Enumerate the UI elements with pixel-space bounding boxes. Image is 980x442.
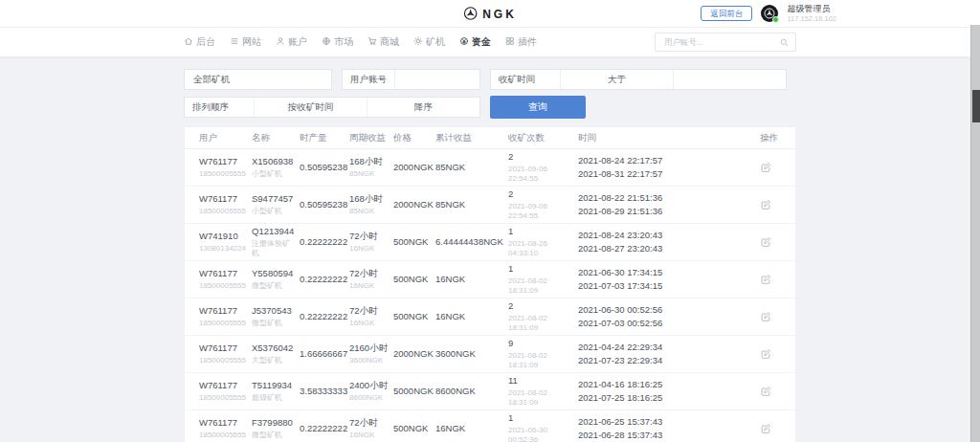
edit-button[interactable] [760,274,771,285]
cell-price: 500NGK [393,423,435,434]
table-row: W76117718500005555 F3799880微型矿机 0.222222… [185,410,795,442]
sort-filter-group: 排列顺序 按收矿时间 降序 [184,97,480,118]
edit-icon [760,162,771,173]
cell-price: 500NGK [393,311,435,322]
scrollbar-thumb[interactable] [972,90,980,122]
mine-time-label: 收矿时间 [491,70,560,89]
nav-item-后台[interactable]: 后台 [184,35,215,49]
edit-button[interactable] [760,236,771,248]
cell-actions [760,311,797,322]
main-content: 全部矿机 用户账号 收矿时间 大于 排列顺序 按收矿时间 降序 查询 用户名称时… [184,57,796,442]
mine-time-input[interactable] [681,74,778,86]
cell-price: 2000NGK [393,162,435,173]
ngk-logo: NGK [463,7,517,21]
cell-name: Q1213944注册体验矿机 [252,226,300,259]
mine-time-operator-select[interactable]: 大于 [560,70,673,89]
cell-time: 2021-08-22 21:51:362021-08-29 21:51:36 [578,191,760,218]
table-row: W76117718500005555 X1506938小型矿机 0.505952… [185,149,795,187]
cell-total-income: 16NGK [435,423,508,434]
query-button[interactable]: 查询 [490,96,586,119]
cell-hourly-output: 0.22222222 [300,274,349,285]
miner-type-select[interactable]: 全部矿机 [184,69,332,90]
coin-icon [459,36,469,48]
cell-user: W76117718500005555 [199,268,252,291]
navbar-search-box[interactable] [655,33,796,52]
gear-icon [413,36,423,48]
edit-button[interactable] [760,423,771,434]
table-body: W76117718500005555 X1506938小型矿机 0.505952… [185,149,795,442]
search-input[interactable] [662,36,780,48]
column-header-0: 用户 [199,132,252,144]
table-row: W76117718500005555 S9477457小型矿机 0.505952… [185,187,795,224]
mine-time-filter-group: 收矿时间 大于 [490,69,787,90]
sort-field-select[interactable]: 按收矿时间 [254,98,367,117]
cell-mine-count: 112021-08-02 18:31:09 [508,375,578,409]
nav-item-资金[interactable]: 资金 [459,35,491,49]
column-header-5: 累计收益 [435,132,508,144]
cell-cycle-income: 2160小时3600NGK [349,343,393,365]
nav-item-插件[interactable]: 插件 [505,35,537,49]
edit-icon [760,199,771,210]
cell-total-income: 85NGK [435,162,508,173]
cell-mine-count: 12021-06-30 00:52:36 [508,412,578,442]
cell-total-income: 6.44444438NGK [435,236,508,248]
avatar[interactable] [761,5,778,22]
cell-total-income: 16NGK [435,274,508,285]
column-header-1: 名称 [252,132,300,144]
cell-price: 500NGK [393,274,435,285]
main-navbar: 后台 网站 账户 市场 商城 矿机 资金 插件 [0,28,980,57]
search-icon[interactable] [780,38,789,47]
table-row: W76117718500005555 T5119934超级矿机 3.583333… [185,373,795,410]
cell-hourly-output: 1.66666667 [300,348,349,360]
cell-mine-count: 22021-09-06 22:54:55 [508,151,578,185]
cell-price: 2000NGK [393,199,435,210]
nav-item-矿机[interactable]: 矿机 [413,35,445,49]
cell-user: W76117718500005555 [199,193,252,216]
nav-item-账户[interactable]: 账户 [276,35,307,49]
edit-button[interactable] [760,386,771,397]
cell-time: 2021-06-30 17:34:152021-07-03 17:34:15 [578,266,760,293]
edit-button[interactable] [760,162,771,173]
nav-item-市场[interactable]: 市场 [322,35,353,49]
sort-order-select[interactable]: 降序 [367,98,479,117]
page-scrollbar[interactable] [970,25,980,442]
column-header-3: 周期收益 [349,132,393,144]
cell-hourly-output: 0.22222222 [300,423,349,434]
account-input[interactable] [401,74,474,86]
column-header-4: 价格 [393,132,435,144]
cell-price: 500NGK [393,236,435,248]
cell-time: 2021-06-25 15:37:432021-06-28 15:37:43 [578,415,760,442]
cell-time: 2021-06-30 00:52:562021-07-03 00:52:56 [578,303,760,330]
table-row: W76117718500005555 Y5580594微型矿机 0.222222… [185,261,795,298]
cell-price: 2000NGK [393,348,435,360]
cell-mine-count: 12021-08-26 04:33:10 [508,226,578,259]
home-icon [184,36,193,48]
edit-icon [760,311,771,322]
cell-user: W76117718500005555 [199,156,252,179]
cell-cycle-income: 168小时85NGK [349,193,393,216]
ngk-logo-icon [463,7,478,21]
cell-mine-count: 92021-08-02 18:31:09 [508,338,578,371]
cell-actions [760,162,797,173]
cell-cycle-income: 72小时16NGK [349,231,393,254]
filter-row-2: 排列顺序 按收矿时间 降序 查询 [184,96,796,119]
edit-icon [760,386,771,397]
cell-user: W76117718500005555 [199,417,252,440]
cart-icon [368,36,377,48]
back-to-front-button[interactable]: 返回前台 [701,6,752,22]
list-icon [230,36,239,48]
edit-button[interactable] [760,311,771,322]
cell-cycle-income: 72小时16NGK [349,305,393,328]
nav-items: 后台 网站 账户 市场 商城 矿机 资金 插件 [184,35,537,49]
edit-button[interactable] [760,199,771,210]
cell-name: T5119934超级矿机 [252,380,300,403]
cell-actions [760,423,797,434]
cell-hourly-output: 3.58333333 [300,386,349,397]
nav-item-商城[interactable]: 商城 [368,35,399,49]
edit-button[interactable] [760,348,771,360]
nav-item-网站[interactable]: 网站 [230,35,261,49]
cell-hourly-output: 0.50595238 [300,162,349,173]
table-row: W76117718500005555 J5370543微型矿机 0.222222… [185,298,795,336]
cell-cycle-income: 72小时16NGK [349,268,393,291]
cell-total-income: 3600NGK [435,348,508,360]
